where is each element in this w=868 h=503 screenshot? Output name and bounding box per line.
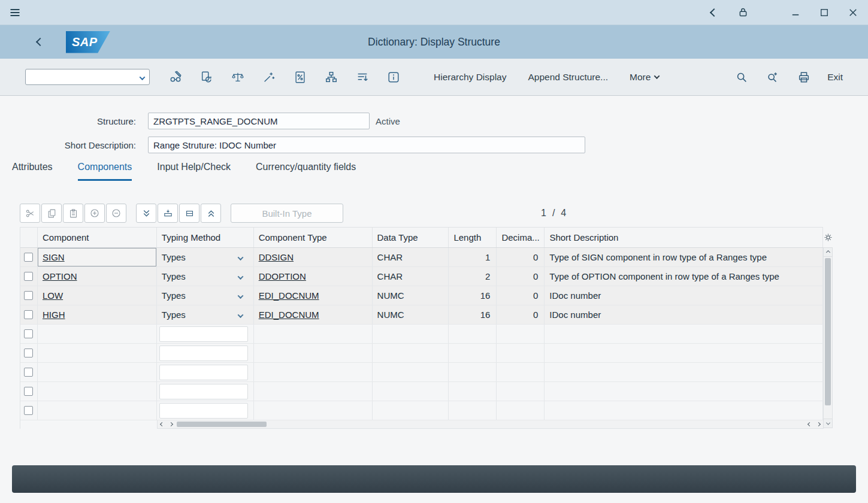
component-type-link[interactable]: EDI_DOCNUM (259, 310, 319, 320)
header-decimals[interactable]: Decima... (497, 228, 545, 247)
sort-icon[interactable] (356, 71, 369, 84)
row-checkbox[interactable] (24, 406, 33, 415)
typing-method-cell[interactable]: Types (157, 248, 254, 266)
header-select-all[interactable] (20, 228, 38, 247)
lock-icon[interactable] (736, 6, 749, 19)
row-checkbox[interactable] (24, 349, 33, 357)
component-type-link[interactable]: DDSIGN (259, 252, 294, 262)
hierarchy-display-button[interactable]: Hierarchy Display (434, 72, 506, 83)
component-type-link[interactable]: DDOPTION (259, 271, 306, 281)
tab-components[interactable]: Components (78, 162, 132, 181)
append-structure-button[interactable]: Append Structure... (528, 72, 608, 83)
search-icon[interactable] (735, 71, 748, 84)
component-type-cell[interactable]: EDI_DOCNUM (254, 286, 373, 305)
header-component[interactable]: Component (38, 228, 157, 247)
row-checkbox[interactable] (24, 387, 33, 396)
exit-button[interactable]: Exit (827, 72, 843, 83)
scroll-down-button[interactable] (823, 419, 833, 428)
back-icon[interactable] (707, 6, 721, 19)
vertical-scrollbar[interactable] (823, 257, 833, 419)
horizontal-scrollbar[interactable] (157, 420, 824, 429)
chevron-down-icon[interactable] (238, 310, 243, 320)
minimize-button[interactable] (789, 6, 802, 19)
chevron-down-icon[interactable] (238, 271, 243, 281)
scroll-to-bottom-button[interactable] (136, 204, 156, 223)
typing-method-cell[interactable]: Types (157, 305, 254, 324)
maximize-button[interactable] (818, 6, 831, 19)
tab-currency-quantity-fields[interactable]: Currency/quantity fields (256, 162, 356, 181)
row-checkbox[interactable] (24, 310, 33, 319)
command-field[interactable] (25, 69, 150, 85)
short-description-field[interactable] (148, 137, 585, 153)
typing-method-field[interactable] (159, 403, 248, 419)
display-change-icon[interactable] (169, 71, 182, 84)
built-in-type-button[interactable]: Built-In Type (231, 204, 343, 223)
insert-line-button[interactable] (158, 204, 178, 223)
component-cell[interactable]: OPTION (38, 267, 157, 286)
select-block-button[interactable] (179, 204, 199, 223)
tab-attributes[interactable]: Attributes (12, 162, 53, 181)
component-type-cell[interactable]: DDSIGN (254, 248, 373, 266)
structure-name-field[interactable] (148, 113, 370, 129)
paste-button[interactable] (63, 204, 83, 223)
data-type-cell: NUMC (373, 305, 449, 324)
scroll-up-button[interactable] (823, 247, 833, 257)
typing-method-cell[interactable]: Types (157, 286, 254, 305)
component-link[interactable]: LOW (43, 290, 63, 301)
component-link[interactable]: HIGH (43, 310, 65, 320)
copy-button[interactable] (41, 204, 62, 223)
scroll-left-button[interactable] (805, 421, 814, 428)
runtime-object-icon[interactable] (294, 71, 307, 84)
scroll-to-top-button[interactable] (201, 204, 221, 223)
scroll-right-button[interactable] (814, 421, 823, 428)
table-row-empty (20, 363, 823, 382)
more-menu-button[interactable]: More (630, 72, 659, 83)
component-link[interactable]: OPTION (43, 271, 77, 281)
row-checkbox[interactable] (24, 368, 33, 377)
where-used-icon[interactable] (262, 71, 276, 84)
component-link[interactable]: SIGN (43, 252, 65, 262)
header-typing-method[interactable]: Typing Method (157, 228, 254, 247)
remove-row-button[interactable] (106, 204, 126, 223)
menu-hamburger-icon[interactable] (8, 6, 22, 19)
component-type-cell[interactable]: DDOPTION (254, 267, 373, 286)
status-active-label: Active (376, 116, 400, 126)
close-button[interactable] (846, 6, 860, 19)
row-checkbox[interactable] (24, 253, 33, 262)
header-data-type[interactable]: Data Type (373, 228, 449, 247)
horizontal-scrollbar-thumb[interactable] (177, 422, 267, 427)
add-row-button[interactable] (84, 204, 105, 223)
component-cell[interactable]: LOW (38, 286, 157, 305)
row-checkbox[interactable] (24, 272, 33, 281)
hierarchy-icon[interactable] (325, 71, 338, 84)
typing-method-field[interactable] (159, 384, 248, 399)
chevron-down-icon[interactable] (238, 290, 243, 301)
info-icon[interactable] (387, 71, 400, 84)
header-length[interactable]: Length (449, 228, 497, 247)
typing-method-field[interactable] (159, 326, 248, 342)
print-icon[interactable] (797, 71, 810, 84)
table-settings-gear-icon[interactable] (824, 227, 833, 247)
component-cell[interactable]: HIGH (38, 305, 157, 324)
typing-method-field[interactable] (159, 365, 248, 380)
row-checkbox[interactable] (24, 329, 33, 338)
chevron-down-icon[interactable] (238, 252, 243, 262)
scroll-left-button[interactable] (158, 421, 167, 428)
header-short-description[interactable]: Short Description (545, 228, 823, 247)
compare-icon[interactable] (231, 71, 244, 84)
search-plus-icon[interactable] (766, 71, 779, 84)
command-input[interactable] (31, 72, 140, 82)
scroll-right-button[interactable] (167, 421, 176, 428)
tab-input-help-check[interactable]: Input Help/Check (157, 162, 231, 181)
component-type-link[interactable]: EDI_DOCNUM (259, 290, 319, 301)
chevron-down-icon[interactable] (140, 72, 144, 82)
refresh-object-icon[interactable] (200, 71, 213, 84)
header-component-type[interactable]: Component Type (254, 228, 373, 247)
vertical-scrollbar-thumb[interactable] (825, 258, 831, 405)
typing-method-cell[interactable]: Types (157, 267, 254, 286)
typing-method-field[interactable] (159, 346, 248, 361)
row-checkbox[interactable] (24, 291, 33, 300)
component-cell[interactable]: SIGN (38, 248, 157, 266)
cut-button[interactable] (20, 204, 40, 223)
component-type-cell[interactable]: EDI_DOCNUM (254, 305, 373, 324)
